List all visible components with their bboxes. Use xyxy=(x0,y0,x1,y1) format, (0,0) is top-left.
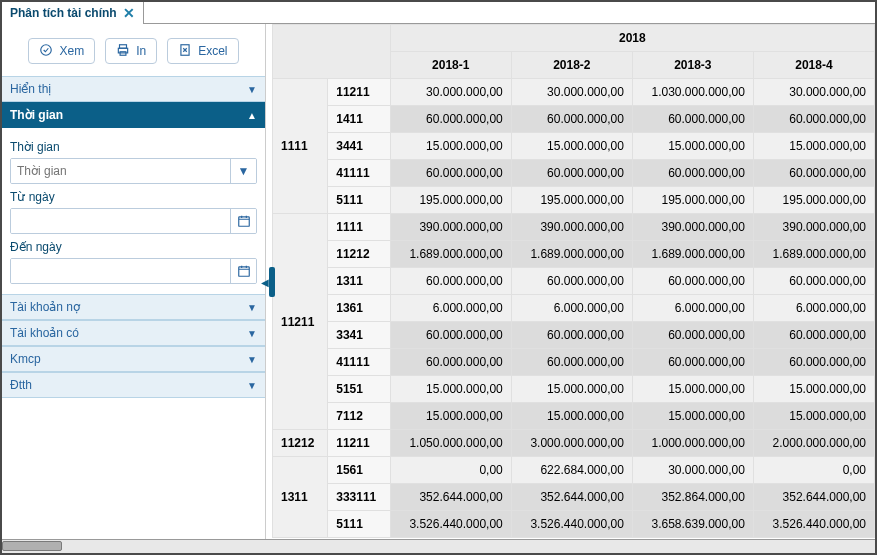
scroll-thumb[interactable] xyxy=(2,541,62,551)
check-icon xyxy=(39,43,53,60)
cell-value: 60.000.000,00 xyxy=(753,106,874,133)
cell-value: 195.000.000,00 xyxy=(390,187,511,214)
cell-value: 60.000.000,00 xyxy=(753,349,874,376)
horizontal-scrollbar[interactable] xyxy=(2,539,875,553)
row-code: 1111 xyxy=(328,214,391,241)
to-date-input[interactable] xyxy=(11,259,230,283)
panel-display[interactable]: Hiển thị ▼ xyxy=(2,76,265,102)
cell-value: 60.000.000,00 xyxy=(511,160,632,187)
view-label: Xem xyxy=(59,44,84,58)
close-icon[interactable]: ✕ xyxy=(123,5,135,21)
panel-kmcp[interactable]: Kmcp ▼ xyxy=(2,346,265,372)
table-row[interactable]: 4111160.000.000,0060.000.000,0060.000.00… xyxy=(273,349,875,376)
row-code: 3441 xyxy=(328,133,391,160)
cell-value: 1.689.000.000,00 xyxy=(632,241,753,268)
calendar-icon[interactable] xyxy=(230,209,256,233)
to-date-field[interactable] xyxy=(10,258,257,284)
tab-financial-analysis[interactable]: Phân tích tài chính ✕ xyxy=(2,2,144,24)
row-code: 41111 xyxy=(328,160,391,187)
table-row[interactable]: 5111195.000.000,00195.000.000,00195.000.… xyxy=(273,187,875,214)
row-code: 3341 xyxy=(328,322,391,349)
header-year: 2018 xyxy=(390,25,874,52)
table-row[interactable]: 13616.000.000,006.000.000,006.000.000,00… xyxy=(273,295,875,322)
column-header[interactable]: 2018-1 xyxy=(390,52,511,79)
cell-value: 60.000.000,00 xyxy=(511,268,632,295)
cell-value: 1.030.000.000,00 xyxy=(632,79,753,106)
cell-value: 1.050.000.000,00 xyxy=(390,430,511,457)
table-row[interactable]: 515115.000.000,0015.000.000,0015.000.000… xyxy=(273,376,875,403)
table-row[interactable]: 11212112111.050.000.000,003.000.000.000,… xyxy=(273,430,875,457)
panel-label: Thời gian xyxy=(10,108,63,122)
cell-value: 60.000.000,00 xyxy=(753,268,874,295)
panel-debit[interactable]: Tài khoản nợ ▼ xyxy=(2,294,265,320)
table-row[interactable]: 333111352.644.000,00352.644.000,00352.86… xyxy=(273,484,875,511)
cell-value: 195.000.000,00 xyxy=(753,187,874,214)
table-row[interactable]: 51113.526.440.000,003.526.440.000,003.65… xyxy=(273,511,875,538)
cell-value: 60.000.000,00 xyxy=(511,349,632,376)
calendar-icon[interactable] xyxy=(230,259,256,283)
cell-value: 0,00 xyxy=(390,457,511,484)
row-code: 5151 xyxy=(328,376,391,403)
panel-label: Kmcp xyxy=(10,352,41,366)
cell-value: 3.526.440.000,00 xyxy=(753,511,874,538)
panel-time[interactable]: Thời gian ▲ xyxy=(2,102,265,128)
cell-value: 30.000.000,00 xyxy=(511,79,632,106)
chevron-down-icon[interactable]: ▼ xyxy=(230,159,256,183)
cell-value: 352.644.000,00 xyxy=(511,484,632,511)
panel-credit[interactable]: Tài khoản có ▼ xyxy=(2,320,265,346)
to-date-label: Đến ngày xyxy=(10,240,257,254)
cell-value: 60.000.000,00 xyxy=(390,322,511,349)
cell-value: 352.864.000,00 xyxy=(632,484,753,511)
cell-value: 3.000.000.000,00 xyxy=(511,430,632,457)
table-row[interactable]: 334160.000.000,0060.000.000,0060.000.000… xyxy=(273,322,875,349)
excel-button[interactable]: Excel xyxy=(167,38,238,64)
cell-value: 15.000.000,00 xyxy=(753,403,874,430)
table-row[interactable]: 131115610,00622.684.000,0030.000.000,000… xyxy=(273,457,875,484)
panel-label: Tài khoản nợ xyxy=(10,300,80,314)
grid-area: 20182018-12018-22018-32018-411111121130.… xyxy=(272,24,875,539)
column-header[interactable]: 2018-2 xyxy=(511,52,632,79)
cell-value: 60.000.000,00 xyxy=(390,268,511,295)
table-row[interactable]: 344115.000.000,0015.000.000,0015.000.000… xyxy=(273,133,875,160)
table-row[interactable]: 711215.000.000,0015.000.000,0015.000.000… xyxy=(273,403,875,430)
grid-scroll[interactable]: 20182018-12018-22018-32018-411111121130.… xyxy=(272,24,875,539)
cell-value: 15.000.000,00 xyxy=(511,403,632,430)
row-code: 41111 xyxy=(328,349,391,376)
splitter-handle[interactable] xyxy=(269,267,275,297)
print-button[interactable]: In xyxy=(105,38,157,64)
from-date-label: Từ ngày xyxy=(10,190,257,204)
table-row[interactable]: 141160.000.000,0060.000.000,0060.000.000… xyxy=(273,106,875,133)
table-row[interactable]: 4111160.000.000,0060.000.000,0060.000.00… xyxy=(273,160,875,187)
collapse-left-icon[interactable]: ◀ xyxy=(261,276,269,287)
cell-value: 15.000.000,00 xyxy=(632,133,753,160)
column-header[interactable]: 2018-4 xyxy=(753,52,874,79)
cell-value: 3.658.639.000,00 xyxy=(632,511,753,538)
table-row[interactable]: 11111121130.000.000,0030.000.000,001.030… xyxy=(273,79,875,106)
cell-value: 60.000.000,00 xyxy=(632,268,753,295)
table-row[interactable]: 131160.000.000,0060.000.000,0060.000.000… xyxy=(273,268,875,295)
table-row[interactable]: 112121.689.000.000,001.689.000.000,001.6… xyxy=(273,241,875,268)
svg-rect-5 xyxy=(238,217,249,226)
table-row[interactable]: 112111111390.000.000,00390.000.000,00390… xyxy=(273,214,875,241)
tab-bar: Phân tích tài chính ✕ xyxy=(2,2,875,24)
cell-value: 15.000.000,00 xyxy=(632,403,753,430)
cell-value: 30.000.000,00 xyxy=(632,457,753,484)
group-code: 11212 xyxy=(273,430,328,457)
column-header[interactable]: 2018-3 xyxy=(632,52,753,79)
row-code: 1561 xyxy=(328,457,391,484)
cell-value: 60.000.000,00 xyxy=(632,349,753,376)
view-button[interactable]: Xem xyxy=(28,38,95,64)
cell-value: 622.684.000,00 xyxy=(511,457,632,484)
period-input[interactable] xyxy=(11,159,230,183)
cell-value: 60.000.000,00 xyxy=(753,322,874,349)
splitter[interactable]: ◀ xyxy=(266,24,272,539)
row-code: 5111 xyxy=(328,511,391,538)
content-area: Xem In Excel Hiển thị ▼ Thời gian ▲ xyxy=(2,24,875,539)
cell-value: 3.526.440.000,00 xyxy=(390,511,511,538)
from-date-input[interactable] xyxy=(11,209,230,233)
from-date-field[interactable] xyxy=(10,208,257,234)
svg-rect-6 xyxy=(238,267,249,276)
cell-value: 60.000.000,00 xyxy=(632,106,753,133)
period-select[interactable]: ▼ xyxy=(10,158,257,184)
panel-dtth[interactable]: Đtth ▼ xyxy=(2,372,265,398)
